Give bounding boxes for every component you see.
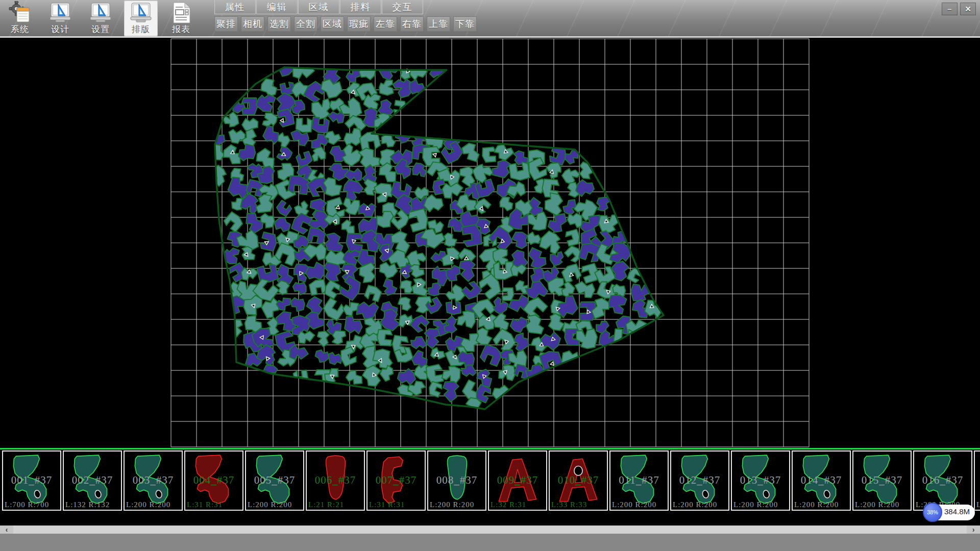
nesting-canvas[interactable]	[0, 38, 980, 448]
piece-count-label: L:31 R:31	[369, 500, 426, 509]
design-ruler-icon	[48, 1, 72, 24]
layout-ruler-icon	[129, 1, 153, 24]
piece-count-label: L:31 R:31	[187, 500, 243, 509]
piece-id-label: 012_#37	[671, 474, 728, 487]
piece-thumbnail-007_#37[interactable]: 007_#37L:31 R:31	[366, 450, 426, 511]
piece-count-label: L:200 R:200	[733, 500, 790, 509]
menu-tab-排料[interactable]: 排料	[340, 0, 381, 14]
piece-id-label: 007_#37	[368, 474, 425, 487]
piece-thumbnail-010_#37[interactable]: 010_#37L:33 R:33	[549, 450, 608, 511]
tool-button-聚排[interactable]: 聚排	[214, 16, 238, 32]
tool-button-上靠[interactable]: 上靠	[427, 16, 450, 32]
piece-count-label: L:33 R:33	[551, 500, 608, 509]
piece-thumbnail-012_#37[interactable]: 012_#37L:200 R:200	[670, 450, 729, 511]
piece-thumbnail-002_#37[interactable]: 002_#37L:132 R:132	[63, 450, 122, 511]
piece-id-label: 008_#37	[428, 474, 485, 487]
app-button-报表[interactable]: 报表	[164, 1, 198, 36]
piece-thumbnail-008_#37[interactable]: 008_#37L:200 R:200	[427, 450, 486, 511]
piece-count-label: L:200 R:200	[612, 500, 669, 509]
close-icon[interactable]: ✕	[960, 3, 976, 15]
piece-id-label: 017_#37	[975, 474, 980, 487]
piece-count-label: L:700 R:700	[5, 500, 61, 509]
piece-count-label: L:200 R:200	[673, 500, 729, 509]
piece-id-label: 013_#37	[732, 474, 789, 487]
app-button-设计[interactable]: 设计	[43, 1, 77, 36]
tool-button-相机[interactable]: 相机	[241, 16, 264, 32]
piece-id-label: 004_#37	[185, 474, 242, 487]
piece-id-label: 003_#37	[125, 474, 182, 487]
tool-button-下靠[interactable]: 下靠	[453, 16, 477, 32]
memory-badge: 38% 384.8M	[928, 505, 975, 520]
scroll-left-icon[interactable]: ‹	[0, 525, 13, 534]
piece-thumbnail-011_#37[interactable]: 011_#37L:200 R:200	[609, 450, 669, 511]
tool-button-选割[interactable]: 选割	[267, 16, 291, 32]
piece-id-label: 011_#37	[610, 474, 668, 487]
app-button-label: 系统	[11, 24, 29, 35]
piece-id-label: 001_#37	[3, 474, 60, 487]
window-controls: – ✕	[942, 3, 976, 15]
piece-count-label: L:32 R:31	[491, 500, 547, 509]
piece-count-label: L:200 R:200	[976, 500, 980, 509]
piece-thumbnail-006_#37[interactable]: 006_#37L:21 R:21	[306, 450, 365, 511]
tool-button-全割[interactable]: 全割	[294, 16, 317, 32]
app-button-label: 设计	[51, 24, 69, 35]
pieces-strip: 001_#37L:700 R:700002_#37L:132 R:132003_…	[0, 448, 980, 512]
piece-id-label: 009_#37	[489, 474, 546, 487]
piece-count-label: L:200 R:200	[248, 500, 304, 509]
menu-tab-row: 属性编辑区域排料交互	[214, 0, 424, 15]
menu-tab-属性[interactable]: 属性	[214, 0, 256, 14]
piece-count-label: L:200 R:200	[430, 500, 486, 509]
piece-thumbnail-014_#37[interactable]: 014_#37L:200 R:200	[792, 450, 851, 511]
piece-thumbnail-004_#37[interactable]: 004_#37L:31 R:31	[184, 450, 243, 511]
tool-button-右靠[interactable]: 右靠	[400, 16, 424, 32]
tool-button-瑕疵[interactable]: 瑕疵	[347, 16, 371, 32]
app-window: 系统 设计 设置 排版 报表 属性编辑区域排料交互 聚排相机选割全割区域瑕疵左靠	[0, 0, 980, 551]
menu-tab-区域[interactable]: 区域	[298, 0, 339, 14]
piece-thumbnail-013_#37[interactable]: 013_#37L:200 R:200	[731, 450, 790, 511]
piece-id-label: 005_#37	[246, 474, 303, 487]
piece-count-label: L:21 R:21	[308, 500, 365, 509]
nested-pieces	[205, 57, 665, 417]
system-gear-icon	[8, 1, 32, 24]
menu-tab-交互[interactable]: 交互	[382, 0, 423, 14]
tool-button-区域[interactable]: 区域	[321, 16, 344, 32]
piece-thumbnail-003_#37[interactable]: 003_#37L:200 R:200	[124, 450, 183, 511]
piece-id-label: 014_#37	[793, 474, 850, 487]
piece-thumbnail-017_#37[interactable]: 017_#37L:200 R:200	[974, 450, 980, 511]
scroll-right-icon[interactable]: ›	[967, 525, 980, 534]
piece-id-label: 016_#37	[914, 474, 971, 487]
piece-count-label: L:200 R:200	[855, 500, 912, 509]
hide-nesting-drawing	[0, 38, 980, 448]
tool-button-左靠[interactable]: 左靠	[374, 16, 397, 32]
piece-thumbnail-009_#37[interactable]: 009_#37L:32 R:31	[488, 450, 547, 511]
app-button-设置[interactable]: 设置	[84, 1, 117, 36]
app-button-排版[interactable]: 排版	[124, 1, 158, 36]
settings-ruler-icon	[89, 1, 112, 24]
app-button-label: 报表	[172, 24, 190, 35]
piece-count-label: L:132 R:132	[65, 500, 122, 509]
tool-button-row: 聚排相机选割全割区域瑕疵左靠右靠上靠下靠	[214, 16, 480, 32]
piece-thumbnail-016_#37[interactable]: 016_#37L:200 R:200	[913, 450, 972, 511]
app-button-label: 排版	[132, 24, 150, 35]
piece-thumbnail-015_#37[interactable]: 015_#37L:200 R:200	[852, 450, 912, 511]
piece-id-label: 002_#37	[64, 474, 121, 487]
progress-percent-badge: 38%	[923, 503, 942, 522]
app-toolbar: 系统 设计 设置 排版 报表	[3, 1, 205, 36]
piece-id-label: 006_#37	[307, 474, 364, 487]
memory-value: 384.8M	[944, 507, 970, 516]
piece-thumbnail-005_#37[interactable]: 005_#37L:200 R:200	[245, 450, 304, 511]
report-document-icon	[169, 1, 193, 24]
piece-count-label: L:200 R:200	[126, 500, 183, 509]
piece-id-label: 015_#37	[853, 474, 911, 487]
piece-count-label: L:200 R:200	[794, 500, 851, 509]
app-button-系统[interactable]: 系统	[3, 1, 37, 36]
minimize-icon[interactable]: –	[942, 3, 958, 15]
piece-id-label: 010_#37	[550, 474, 607, 487]
toolbar-header: 系统 设计 设置 排版 报表 属性编辑区域排料交互 聚排相机选割全割区域瑕疵左靠	[0, 0, 980, 38]
piece-thumbnail-001_#37[interactable]: 001_#37L:700 R:700	[2, 450, 61, 511]
horizontal-scrollbar[interactable]: ‹ ›	[0, 525, 980, 534]
app-button-label: 设置	[91, 24, 110, 35]
bottom-status-strip	[0, 534, 980, 551]
menu-tab-编辑[interactable]: 编辑	[256, 0, 298, 14]
